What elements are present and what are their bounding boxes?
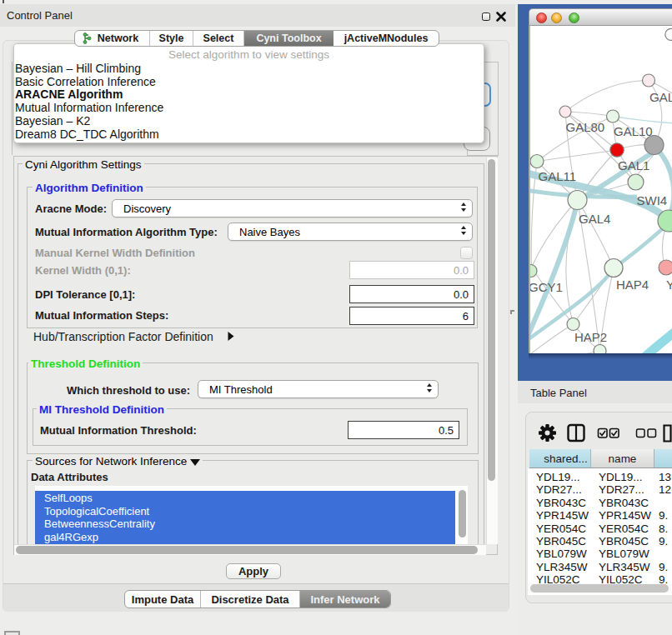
svg-text:GAL80: GAL80 bbox=[566, 120, 605, 134]
svg-text:GAL: GAL bbox=[649, 90, 672, 104]
svg-text:GAL11: GAL11 bbox=[539, 169, 577, 183]
svg-text:HAP4: HAP4 bbox=[616, 278, 649, 292]
svg-text:GAL10: GAL10 bbox=[614, 124, 653, 138]
svg-text:Y: Y bbox=[666, 278, 672, 292]
svg-text:SWI4: SWI4 bbox=[637, 193, 668, 208]
svg-text:GCY1: GCY1 bbox=[530, 280, 563, 294]
svg-text:GAL1: GAL1 bbox=[618, 158, 649, 172]
svg-text:HAP2: HAP2 bbox=[574, 330, 607, 344]
svg-text:GAL4: GAL4 bbox=[579, 212, 610, 226]
